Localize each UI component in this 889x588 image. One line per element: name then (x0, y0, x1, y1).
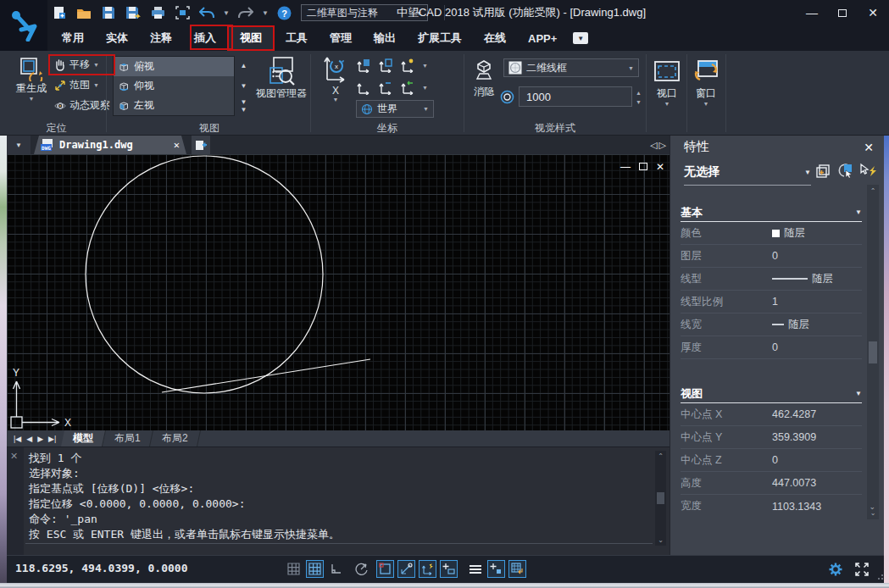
app-logo[interactable] (0, 0, 47, 51)
collapse-section-icon[interactable]: ▼ (855, 390, 862, 397)
chevron-down-icon[interactable]: ▼ (422, 85, 428, 91)
property-row-lineweight[interactable]: 线宽 随层 (681, 313, 862, 336)
scale-input[interactable]: 1000 (519, 86, 632, 107)
tab-insert[interactable]: 插入 (183, 25, 227, 51)
tab-scroll-right-icon[interactable]: ▷ (659, 140, 666, 151)
print-icon[interactable] (149, 4, 166, 21)
annotation-visibility-icon[interactable] (487, 560, 505, 578)
tab-output[interactable]: 输出 (363, 25, 407, 51)
redo-dropdown-icon[interactable]: ▼ (262, 9, 269, 17)
status-menu-icon[interactable] (466, 560, 484, 578)
ucs-z-axis-icon[interactable] (400, 80, 415, 95)
message-dropdown-icon[interactable]: ▼ (573, 32, 588, 44)
ucs-object-icon[interactable] (378, 58, 393, 73)
command-scrollbar[interactable]: ⌃ ⌄ (655, 451, 666, 546)
circle-entity[interactable] (86, 156, 323, 393)
tab-app-plus[interactable]: APP+ (517, 25, 568, 51)
scroll-up-icon[interactable]: ⌃ (870, 187, 876, 195)
ucs-world-icon[interactable] (356, 80, 371, 95)
object-snap-icon[interactable] (376, 560, 394, 578)
settings-gear-icon[interactable] (826, 560, 844, 578)
property-row-width[interactable]: 宽度 1103.1343 ⌄ (681, 495, 862, 518)
first-tab-icon[interactable]: |◀ (14, 435, 21, 443)
spinner-up-icon[interactable]: ▲ (636, 90, 642, 96)
next-tab-icon[interactable]: ▶ (37, 435, 43, 443)
property-row-linetype-scale[interactable]: 线型比例 1 (681, 291, 862, 313)
save-icon[interactable] (100, 4, 117, 21)
tab-tools[interactable]: 工具 (275, 25, 319, 51)
scroll-up-icon[interactable]: ⌃ (658, 452, 664, 460)
help-icon[interactable]: ? (276, 4, 293, 21)
view-item-top[interactable]: 俯视 (114, 57, 234, 76)
property-row-linetype[interactable]: 线型 随层 (681, 268, 862, 291)
tab-view[interactable]: 视图 (227, 25, 275, 51)
scrollbar-thumb[interactable] (869, 341, 877, 363)
new-file-icon[interactable] (51, 4, 68, 21)
visual-style-dropdown[interactable]: 二维线框 ▼ (503, 58, 639, 77)
last-tab-icon[interactable]: ▶| (48, 435, 56, 443)
tab-express[interactable]: 扩展工具 (407, 25, 473, 51)
property-row-thickness[interactable]: 厚度 0 (681, 336, 862, 359)
ortho-mode-icon[interactable] (327, 560, 345, 578)
command-close-icon[interactable]: ✕ (10, 451, 18, 462)
property-row-layer[interactable]: 图层 0 (681, 245, 862, 268)
ucs-previous-icon[interactable] (378, 80, 393, 95)
command-history[interactable]: 找到 1 个选择对象:指定基点或 [位移(D)] <位移>:指定位移 <0.00… (29, 451, 649, 542)
scroll-down-icon[interactable]: ▼ (236, 76, 251, 97)
view-item-left[interactable]: 左视 (114, 96, 234, 115)
collapse-section-icon[interactable]: ▼ (855, 208, 862, 216)
property-row-center-x[interactable]: 中心点 X 462.4287 (681, 403, 862, 426)
pan-button[interactable]: 平移 ▼ (54, 58, 99, 72)
chevron-down-icon[interactable]: ▼ (422, 63, 428, 69)
tab-home[interactable]: 常用 (51, 25, 95, 51)
property-row-color[interactable]: 颜色 随层 (681, 222, 862, 245)
polar-tracking-icon[interactable] (352, 560, 369, 578)
scroll-up-icon[interactable]: ▲ (236, 56, 251, 76)
undo-dropdown-icon[interactable]: ▼ (223, 9, 230, 17)
line-entity[interactable] (162, 359, 370, 392)
view-manager-button[interactable]: 视图管理器 (254, 56, 308, 101)
hide-button[interactable]: 消隐 (468, 58, 500, 99)
scroll-page-down-icon[interactable]: ▼▼ (236, 96, 251, 116)
regen-button[interactable]: 重生成 ▼ (12, 56, 51, 102)
prev-tab-icon[interactable]: ◀ (26, 435, 32, 443)
section-view[interactable]: 视图 ▼ (681, 385, 862, 403)
ucs-x-button[interactable]: x X ▼ (319, 56, 353, 103)
viewport-button[interactable]: 视口 ▼ (649, 58, 685, 107)
spinner-down-icon[interactable]: ▼ (636, 99, 642, 105)
ucs-world-dropdown[interactable]: 世界 ▼ (356, 100, 434, 118)
tab-manage[interactable]: 管理 (319, 25, 363, 51)
tab-layout1[interactable]: 布局1 (103, 430, 153, 447)
tab-layout2[interactable]: 布局2 (150, 430, 201, 447)
open-folder-icon[interactable] (75, 4, 92, 21)
annotation-autoscale-icon[interactable] (508, 560, 526, 578)
dynamic-ucs-icon[interactable] (419, 560, 436, 578)
property-row-center-y[interactable]: 中心点 Y 359.3909 (681, 426, 862, 449)
save-as-icon[interactable] (125, 4, 142, 21)
view-item-bottom[interactable]: 仰视 (114, 76, 234, 96)
fullscreen-icon[interactable] (853, 560, 870, 578)
maximize-button[interactable] (833, 4, 852, 21)
select-objects-button[interactable] (836, 163, 855, 180)
properties-close-icon[interactable]: ✕ (864, 141, 874, 154)
tab-online[interactable]: 在线 (473, 25, 517, 51)
property-row-center-z[interactable]: 中心点 Z 0 (681, 449, 862, 472)
quick-select-button[interactable] (858, 163, 877, 180)
tab-model[interactable]: 模型 (61, 430, 106, 447)
properties-scrollbar[interactable]: ⌃ ⌄ (867, 185, 879, 519)
selection-dropdown[interactable]: 无选择 ▼ (684, 164, 811, 186)
close-button[interactable]: ✕ (864, 4, 882, 21)
toggle-pickadd-button[interactable] (814, 163, 831, 180)
tab-annotate[interactable]: 注释 (139, 25, 183, 51)
annotation-scale-icon[interactable] (500, 90, 514, 104)
window-button[interactable]: 窗口 ▼ (688, 58, 724, 107)
object-snap-tracking-icon[interactable] (397, 560, 415, 578)
tab-scroll-left-icon[interactable]: ◁ (650, 140, 657, 151)
new-document-tab-button[interactable] (192, 136, 210, 154)
doc-tab-menu-icon[interactable]: ▼ (7, 136, 31, 154)
snap-mode-icon[interactable] (285, 560, 303, 578)
scrollbar-thumb[interactable] (657, 492, 664, 504)
redo-icon[interactable] (237, 4, 254, 21)
document-tab[interactable]: DWG Drawing1.dwg ✕ (34, 136, 186, 154)
zoom-extent-button[interactable]: 范围 ▼ (54, 78, 99, 92)
